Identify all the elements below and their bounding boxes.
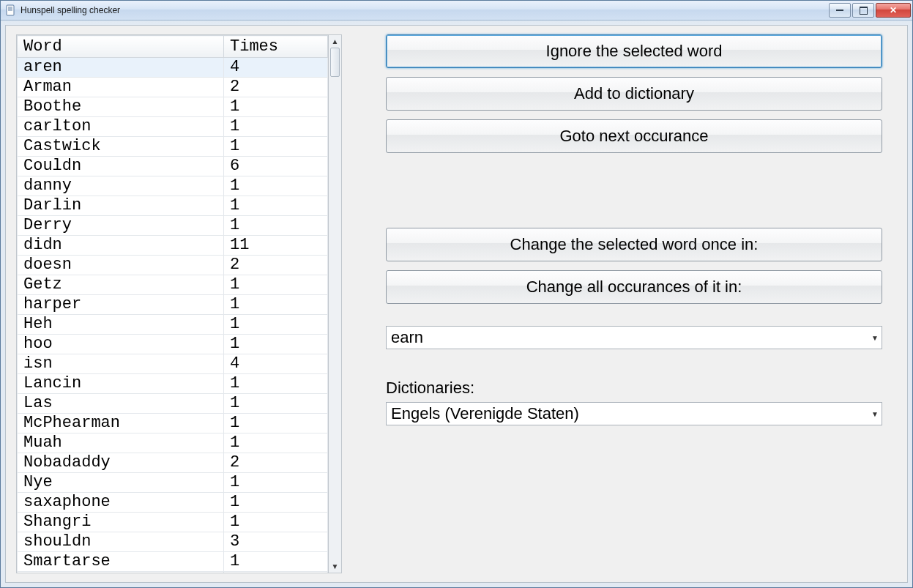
times-cell: 1 (224, 295, 328, 315)
word-cell: Starlights (18, 572, 224, 573)
table-row[interactable]: Derry1 (18, 216, 328, 236)
app-window: Hunspell spelling checker ✕ Word Times a… (0, 0, 913, 588)
scroll-down-arrow-icon[interactable]: ▼ (329, 560, 341, 573)
times-cell: 1 (224, 513, 328, 532)
table-row[interactable]: danny1 (18, 176, 328, 196)
app-icon (5, 4, 17, 16)
times-cell: 4 (224, 354, 328, 374)
times-cell: 1 (224, 216, 328, 236)
table-row[interactable]: Muah1 (18, 433, 328, 453)
table-row[interactable]: Nye1 (18, 473, 328, 493)
table-row[interactable]: Heh1 (18, 315, 328, 335)
column-header-word[interactable]: Word (18, 36, 224, 58)
change-all-button[interactable]: Change all occurances of it in: (386, 270, 882, 304)
times-cell: 1 (224, 552, 328, 572)
chevron-down-icon: ▼ (871, 410, 879, 418)
word-cell: doesn (18, 256, 224, 275)
times-cell: 1 (224, 572, 328, 573)
word-cell: Castwick (18, 137, 224, 157)
times-cell: 4 (224, 58, 328, 78)
times-cell: 1 (224, 117, 328, 137)
table-row[interactable]: Arman2 (18, 78, 328, 97)
scrollbar-track[interactable] (329, 48, 341, 560)
table-row[interactable]: aren4 (18, 58, 328, 78)
times-cell: 1 (224, 473, 328, 493)
word-cell: didn (18, 236, 224, 256)
word-cell: harper (18, 295, 224, 315)
table-row[interactable]: Lancin1 (18, 374, 328, 394)
times-cell: 1 (224, 275, 328, 295)
times-cell: 1 (224, 374, 328, 394)
scroll-up-arrow-icon[interactable]: ▲ (329, 35, 341, 48)
word-cell: isn (18, 354, 224, 374)
word-cell: McPhearman (18, 414, 224, 433)
maximize-button[interactable] (852, 3, 874, 18)
scrollbar-thumb[interactable] (330, 48, 340, 77)
word-cell: Arman (18, 78, 224, 97)
times-cell: 1 (224, 394, 328, 414)
table-row[interactable]: Smartarse1 (18, 552, 328, 572)
window-controls: ✕ (827, 3, 911, 18)
table-row[interactable]: isn4 (18, 354, 328, 374)
titlebar[interactable]: Hunspell spelling checker ✕ (1, 1, 912, 21)
times-cell: 1 (224, 97, 328, 117)
word-cell: Darlin (18, 196, 224, 216)
client-area: Word Times aren4Arman2Boothe1carlton1Cas… (5, 25, 908, 583)
table-row[interactable]: harper1 (18, 295, 328, 315)
word-cell: Heh (18, 315, 224, 335)
word-cell: Boothe (18, 97, 224, 117)
dictionary-combo[interactable]: Engels (Verenigde Staten) ▼ (386, 402, 882, 425)
times-cell: 1 (224, 493, 328, 513)
table-row[interactable]: hoo1 (18, 335, 328, 354)
table-row[interactable]: Las1 (18, 394, 328, 414)
times-cell: 6 (224, 157, 328, 176)
times-cell: 3 (224, 532, 328, 552)
chevron-down-icon: ▼ (871, 334, 879, 342)
dictionaries-label: Dictionaries: (386, 379, 882, 398)
goto-next-button[interactable]: Goto next occurance (386, 119, 882, 153)
column-header-times[interactable]: Times (224, 36, 328, 58)
change-once-button[interactable]: Change the selected word once in: (386, 228, 882, 261)
times-cell: 1 (224, 433, 328, 453)
word-cell: carlton (18, 117, 224, 137)
times-cell: 2 (224, 78, 328, 97)
word-cell: aren (18, 58, 224, 78)
close-button[interactable]: ✕ (876, 3, 911, 18)
table-row[interactable]: didn11 (18, 236, 328, 256)
table-row[interactable]: Boothe1 (18, 97, 328, 117)
table-row[interactable]: shouldn3 (18, 532, 328, 552)
table-row[interactable]: Castwick1 (18, 137, 328, 157)
minimize-button[interactable] (829, 3, 851, 18)
add-to-dictionary-button[interactable]: Add to dictionary (386, 77, 882, 111)
times-cell: 11 (224, 236, 328, 256)
word-table-wrap: Word Times aren4Arman2Boothe1carlton1Cas… (16, 34, 329, 573)
suggestion-combo[interactable]: earn ▼ (386, 326, 882, 349)
word-cell: saxaphone (18, 493, 224, 513)
table-row[interactable]: Shangri1 (18, 513, 328, 532)
vertical-scrollbar[interactable]: ▲ ▼ (329, 34, 342, 573)
table-header-row[interactable]: Word Times (18, 36, 328, 58)
table-row[interactable]: carlton1 (18, 117, 328, 137)
word-cell: Muah (18, 433, 224, 453)
times-cell: 1 (224, 414, 328, 433)
table-row[interactable]: Darlin1 (18, 196, 328, 216)
dictionary-value: Engels (Verenigde Staten) (391, 404, 579, 423)
table-row[interactable]: saxaphone1 (18, 493, 328, 513)
table-row[interactable]: Nobadaddy2 (18, 453, 328, 473)
table-row[interactable]: Getz1 (18, 275, 328, 295)
times-cell: 2 (224, 453, 328, 473)
table-row[interactable]: McPhearman1 (18, 414, 328, 433)
word-cell: Derry (18, 216, 224, 236)
word-cell: Shangri (18, 513, 224, 532)
word-table[interactable]: Word Times aren4Arman2Boothe1carlton1Cas… (17, 35, 328, 573)
word-cell: Nye (18, 473, 224, 493)
table-row[interactable]: doesn2 (18, 256, 328, 275)
times-cell: 1 (224, 315, 328, 335)
word-cell: Getz (18, 275, 224, 295)
word-cell: shouldn (18, 532, 224, 552)
word-list-panel: Word Times aren4Arman2Boothe1carlton1Cas… (16, 34, 342, 573)
table-row[interactable]: Starlights1 (18, 572, 328, 573)
table-row[interactable]: Couldn6 (18, 157, 328, 176)
ignore-button[interactable]: Ignore the selected word (386, 34, 882, 68)
times-cell: 1 (224, 196, 328, 216)
